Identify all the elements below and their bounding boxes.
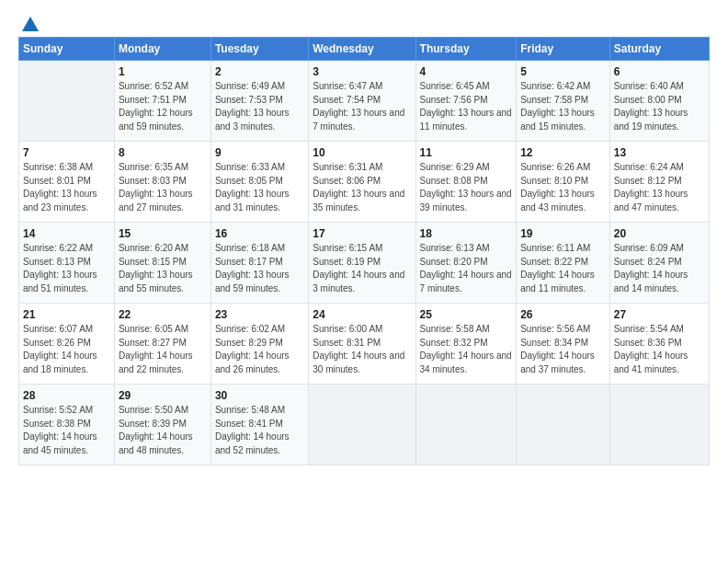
day-number: 23 [215, 308, 304, 321]
day-number: 14 [23, 227, 110, 240]
calendar-cell: 17Sunrise: 6:15 AM Sunset: 8:19 PM Dayli… [309, 223, 415, 304]
day-info: Sunrise: 6:24 AM Sunset: 8:12 PM Dayligh… [614, 161, 705, 214]
day-number: 20 [614, 227, 705, 240]
day-number: 28 [23, 389, 110, 402]
day-info: Sunrise: 6:29 AM Sunset: 8:08 PM Dayligh… [420, 161, 513, 214]
calendar-cell: 13Sunrise: 6:24 AM Sunset: 8:12 PM Dayli… [609, 142, 709, 223]
calendar-cell: 4Sunrise: 6:45 AM Sunset: 7:56 PM Daylig… [415, 61, 517, 142]
day-info: Sunrise: 6:13 AM Sunset: 8:20 PM Dayligh… [420, 242, 513, 295]
day-number: 4 [420, 65, 513, 78]
calendar-cell: 8Sunrise: 6:35 AM Sunset: 8:03 PM Daylig… [114, 142, 210, 223]
day-info: Sunrise: 6:15 AM Sunset: 8:19 PM Dayligh… [313, 242, 411, 295]
calendar-cell: 1Sunrise: 6:52 AM Sunset: 7:51 PM Daylig… [114, 61, 210, 142]
day-info: Sunrise: 6:38 AM Sunset: 8:01 PM Dayligh… [23, 161, 110, 214]
day-info: Sunrise: 6:45 AM Sunset: 7:56 PM Dayligh… [420, 80, 513, 133]
weekday-header: Monday [114, 38, 210, 61]
day-number: 7 [23, 146, 110, 159]
day-number: 27 [614, 308, 705, 321]
calendar-cell: 7Sunrise: 6:38 AM Sunset: 8:01 PM Daylig… [19, 142, 115, 223]
day-number: 18 [420, 227, 513, 240]
calendar-cell: 15Sunrise: 6:20 AM Sunset: 8:15 PM Dayli… [114, 223, 210, 304]
weekday-header: Thursday [415, 38, 517, 61]
day-number: 1 [119, 65, 207, 78]
calendar-cell: 20Sunrise: 6:09 AM Sunset: 8:24 PM Dayli… [609, 223, 709, 304]
day-number: 22 [119, 308, 207, 321]
calendar-cell: 29Sunrise: 5:50 AM Sunset: 8:39 PM Dayli… [114, 385, 210, 465]
day-number: 12 [520, 146, 606, 159]
day-info: Sunrise: 6:52 AM Sunset: 7:51 PM Dayligh… [119, 80, 207, 133]
day-number: 24 [313, 308, 411, 321]
day-number: 17 [313, 227, 411, 240]
calendar-cell: 25Sunrise: 5:58 AM Sunset: 8:32 PM Dayli… [415, 304, 517, 385]
calendar-cell: 12Sunrise: 6:26 AM Sunset: 8:10 PM Dayli… [517, 142, 610, 223]
weekday-header: Wednesday [309, 38, 415, 61]
day-number: 2 [215, 65, 304, 78]
logo-icon [20, 15, 40, 35]
day-info: Sunrise: 5:56 AM Sunset: 8:34 PM Dayligh… [520, 323, 606, 376]
day-info: Sunrise: 5:50 AM Sunset: 8:39 PM Dayligh… [119, 404, 207, 457]
day-info: Sunrise: 6:18 AM Sunset: 8:17 PM Dayligh… [215, 242, 304, 295]
calendar-cell: 19Sunrise: 6:11 AM Sunset: 8:22 PM Dayli… [517, 223, 610, 304]
calendar-week-row: 21Sunrise: 6:07 AM Sunset: 8:26 PM Dayli… [19, 304, 710, 385]
day-info: Sunrise: 6:40 AM Sunset: 8:00 PM Dayligh… [614, 80, 705, 133]
day-number: 3 [313, 65, 411, 78]
day-info: Sunrise: 6:09 AM Sunset: 8:24 PM Dayligh… [614, 242, 705, 295]
day-info: Sunrise: 6:22 AM Sunset: 8:13 PM Dayligh… [23, 242, 110, 295]
day-info: Sunrise: 6:42 AM Sunset: 7:58 PM Dayligh… [520, 80, 606, 133]
day-info: Sunrise: 6:47 AM Sunset: 7:54 PM Dayligh… [313, 80, 411, 133]
day-number: 10 [313, 146, 411, 159]
day-number: 11 [420, 146, 513, 159]
day-info: Sunrise: 5:48 AM Sunset: 8:41 PM Dayligh… [215, 404, 304, 457]
calendar-cell: 14Sunrise: 6:22 AM Sunset: 8:13 PM Dayli… [19, 223, 115, 304]
day-info: Sunrise: 6:20 AM Sunset: 8:15 PM Dayligh… [119, 242, 207, 295]
calendar-table: SundayMondayTuesdayWednesdayThursdayFrid… [18, 37, 710, 465]
day-info: Sunrise: 5:52 AM Sunset: 8:38 PM Dayligh… [23, 404, 110, 457]
calendar-cell: 3Sunrise: 6:47 AM Sunset: 7:54 PM Daylig… [309, 61, 415, 142]
calendar-cell: 28Sunrise: 5:52 AM Sunset: 8:38 PM Dayli… [19, 385, 115, 465]
calendar-week-row: 7Sunrise: 6:38 AM Sunset: 8:01 PM Daylig… [19, 142, 710, 223]
calendar-cell [19, 61, 115, 142]
calendar-cell: 2Sunrise: 6:49 AM Sunset: 7:53 PM Daylig… [210, 61, 308, 142]
calendar-cell [309, 385, 415, 465]
weekday-header: Tuesday [210, 38, 308, 61]
day-info: Sunrise: 6:00 AM Sunset: 8:31 PM Dayligh… [313, 323, 411, 376]
calendar-cell [415, 385, 517, 465]
logo [18, 15, 40, 31]
calendar-cell: 21Sunrise: 6:07 AM Sunset: 8:26 PM Dayli… [19, 304, 115, 385]
day-info: Sunrise: 6:07 AM Sunset: 8:26 PM Dayligh… [23, 323, 110, 376]
calendar-week-row: 14Sunrise: 6:22 AM Sunset: 8:13 PM Dayli… [19, 223, 710, 304]
day-number: 29 [119, 389, 207, 402]
calendar-cell: 27Sunrise: 5:54 AM Sunset: 8:36 PM Dayli… [609, 304, 709, 385]
calendar-cell [517, 385, 610, 465]
calendar-week-row: 1Sunrise: 6:52 AM Sunset: 7:51 PM Daylig… [19, 61, 710, 142]
day-info: Sunrise: 6:49 AM Sunset: 7:53 PM Dayligh… [215, 80, 304, 133]
calendar-cell: 11Sunrise: 6:29 AM Sunset: 8:08 PM Dayli… [415, 142, 517, 223]
day-number: 21 [23, 308, 110, 321]
day-info: Sunrise: 5:58 AM Sunset: 8:32 PM Dayligh… [420, 323, 513, 376]
day-number: 5 [520, 65, 606, 78]
day-info: Sunrise: 6:33 AM Sunset: 8:05 PM Dayligh… [215, 161, 304, 214]
day-info: Sunrise: 6:11 AM Sunset: 8:22 PM Dayligh… [520, 242, 606, 295]
calendar-week-row: 28Sunrise: 5:52 AM Sunset: 8:38 PM Dayli… [19, 385, 710, 465]
calendar-cell: 9Sunrise: 6:33 AM Sunset: 8:05 PM Daylig… [210, 142, 308, 223]
calendar-cell [609, 385, 709, 465]
day-number: 30 [215, 389, 304, 402]
header-row: SundayMondayTuesdayWednesdayThursdayFrid… [19, 38, 710, 61]
weekday-header: Sunday [19, 38, 115, 61]
calendar-cell: 10Sunrise: 6:31 AM Sunset: 8:06 PM Dayli… [309, 142, 415, 223]
calendar-cell: 5Sunrise: 6:42 AM Sunset: 7:58 PM Daylig… [517, 61, 610, 142]
weekday-header: Friday [517, 38, 610, 61]
day-info: Sunrise: 6:05 AM Sunset: 8:27 PM Dayligh… [119, 323, 207, 376]
day-info: Sunrise: 5:54 AM Sunset: 8:36 PM Dayligh… [614, 323, 705, 376]
day-number: 6 [614, 65, 705, 78]
page: SundayMondayTuesdayWednesdayThursdayFrid… [0, 0, 728, 563]
calendar-cell: 6Sunrise: 6:40 AM Sunset: 8:00 PM Daylig… [609, 61, 709, 142]
calendar-cell: 26Sunrise: 5:56 AM Sunset: 8:34 PM Dayli… [517, 304, 610, 385]
day-number: 19 [520, 227, 606, 240]
calendar-cell: 30Sunrise: 5:48 AM Sunset: 8:41 PM Dayli… [210, 385, 308, 465]
calendar-cell: 24Sunrise: 6:00 AM Sunset: 8:31 PM Dayli… [309, 304, 415, 385]
day-info: Sunrise: 6:02 AM Sunset: 8:29 PM Dayligh… [215, 323, 304, 376]
calendar-cell: 16Sunrise: 6:18 AM Sunset: 8:17 PM Dayli… [210, 223, 308, 304]
calendar-cell: 18Sunrise: 6:13 AM Sunset: 8:20 PM Dayli… [415, 223, 517, 304]
day-number: 16 [215, 227, 304, 240]
